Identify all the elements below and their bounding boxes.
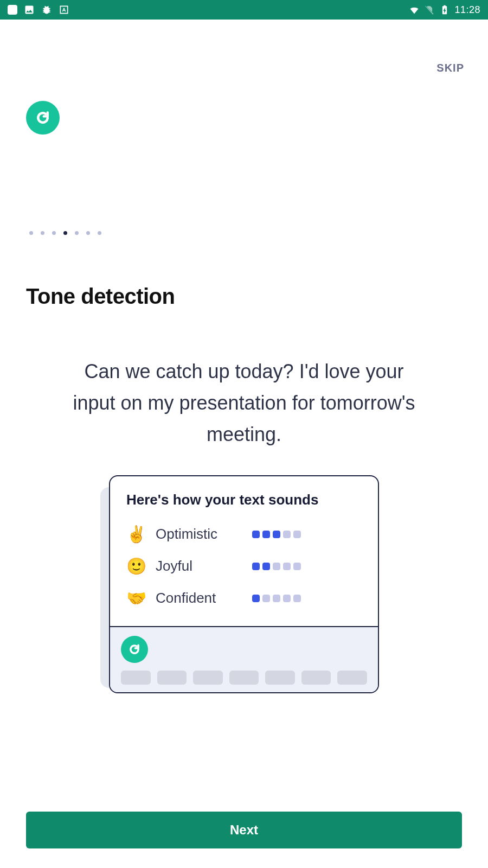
pagination-dot: [86, 231, 90, 235]
pagination-dot: [52, 231, 56, 235]
battery-charging-icon: [439, 4, 450, 15]
pagination-dot: [75, 231, 79, 235]
keyboard-key: [301, 671, 331, 685]
gallery-icon: [24, 4, 35, 15]
pagination-dot: [29, 231, 33, 235]
card-heading: Here's how your text sounds: [126, 492, 362, 508]
keyboard-key: [157, 671, 187, 685]
svg-point-0: [31, 106, 54, 129]
status-right: 11:28: [409, 4, 480, 16]
pip: [262, 563, 270, 570]
keyboard-keys: [121, 671, 367, 685]
next-button[interactable]: Next: [26, 812, 462, 848]
pip: [252, 563, 260, 570]
svg-point-1: [125, 640, 144, 659]
onboarding-page: SKIP Tone detection Can we catch up toda…: [0, 20, 488, 868]
pip: [293, 563, 301, 570]
page-title: Tone detection: [26, 284, 175, 309]
text-a-icon: [59, 4, 69, 15]
tone-label: Joyful: [156, 558, 242, 575]
tone-level-pips: [252, 563, 301, 570]
tone-card-wrap: Here's how your text sounds ✌️Optimistic…: [109, 475, 379, 693]
tone-card: Here's how your text sounds ✌️Optimistic…: [109, 475, 379, 693]
pip: [293, 595, 301, 602]
keyboard-key: [229, 671, 259, 685]
tone-level-pips: [252, 531, 301, 538]
tone-row: ✌️Optimistic: [126, 518, 362, 550]
pip: [293, 531, 301, 538]
pip: [283, 595, 291, 602]
pagination-dot: [98, 231, 101, 235]
keyboard-key: [193, 671, 223, 685]
bug-icon: [41, 4, 52, 15]
keyboard-strip: [110, 626, 378, 692]
wifi-icon: [409, 4, 420, 15]
skip-button[interactable]: SKIP: [436, 62, 464, 74]
tone-row: 🤝Confident: [126, 582, 362, 614]
tone-level-pips: [252, 595, 301, 602]
pip: [262, 595, 270, 602]
status-time: 11:28: [454, 4, 480, 16]
pip: [283, 563, 291, 570]
pip: [252, 595, 260, 602]
no-sim-icon: [424, 4, 435, 15]
pip: [283, 531, 291, 538]
pagination-dot: [63, 231, 67, 235]
pip: [252, 531, 260, 538]
tone-emoji: 🤝: [126, 589, 146, 608]
grammarly-mini-logo: [121, 636, 148, 663]
tone-emoji: 🙂: [126, 557, 146, 576]
android-status-bar: 11:28: [0, 0, 488, 20]
keyboard-key: [337, 671, 367, 685]
tone-emoji: ✌️: [126, 525, 146, 544]
pagination-dots: [29, 231, 101, 235]
tone-label: Confident: [156, 590, 242, 607]
tone-label: Optimistic: [156, 526, 242, 542]
pip: [273, 531, 280, 538]
example-text: Can we catch up today? I'd love your inp…: [70, 356, 418, 450]
grammarly-logo: [26, 101, 60, 135]
pip: [273, 563, 280, 570]
keyboard-key: [265, 671, 295, 685]
pip: [273, 595, 280, 602]
status-left-icons: [8, 4, 69, 15]
tone-row: 🙂Joyful: [126, 550, 362, 582]
keyboard-key: [121, 671, 151, 685]
pagination-dot: [41, 231, 44, 235]
pip: [262, 531, 270, 538]
app-switcher-icon: [8, 5, 17, 15]
